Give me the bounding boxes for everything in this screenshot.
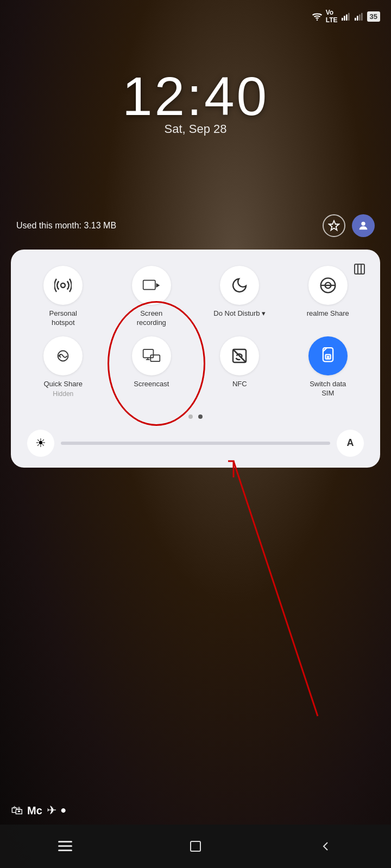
svg-rect-20 [143,349,153,358]
qs-grid-row2: Quick Share Hidden Screencast [22,336,369,398]
do-not-disturb-label: Do Not Disturb ▾ [213,309,266,318]
telegram-notif-icon: ✈ [47,803,56,818]
tile-screen-recording[interactable]: Screenrecording [110,266,193,328]
switch-data-sim-icon [308,336,348,375]
tile-switch-data-sim[interactable]: Switch dataSIM [287,336,370,398]
do-not-disturb-icon [220,266,259,305]
clock-time: 12:40 [0,65,391,127]
battery-icon: 35 [367,11,380,22]
svg-point-0 [317,19,318,21]
messages-notif-icon: Mc [27,805,42,817]
notification-area: 🛍 Mc ✈ • [11,802,66,819]
tile-nfc[interactable]: NFC [198,336,281,398]
data-settings-icon[interactable] [323,214,345,237]
signal2-icon [354,12,364,21]
status-bar: VoLTE 35 [0,0,391,33]
tile-screencast[interactable]: Screencast [110,336,193,398]
svg-rect-2 [344,16,345,21]
screencast-label: Screencast [134,380,169,389]
brightness-slider[interactable] [61,442,330,445]
svg-rect-3 [346,14,348,21]
svg-marker-9 [329,221,339,230]
page-dot-2 [198,414,203,419]
auto-label: A [347,437,354,449]
quick-settings-panel: Personalhotspot Screenrecording Do Not D… [11,250,380,468]
wifi-icon [312,12,323,21]
personal-hotspot-icon [43,266,83,305]
tile-quick-share[interactable]: Quick Share Hidden [22,336,105,398]
nav-home-button[interactable] [182,833,209,860]
tile-personal-hotspot[interactable]: Personalhotspot [22,266,105,328]
svg-rect-32 [58,845,72,847]
nfc-label: NFC [232,380,247,389]
data-usage-icons [323,214,375,237]
svg-rect-8 [361,13,363,21]
quick-share-label: Quick Share [43,380,83,389]
svg-rect-7 [359,14,361,21]
svg-line-25 [233,349,246,362]
auto-brightness-button[interactable]: A [337,430,364,457]
svg-rect-4 [348,13,350,21]
sun-icon: ☀ [35,436,46,450]
edit-qs-button[interactable] [350,259,369,279]
realme-share-icon [308,266,348,305]
battery-level: 35 [370,12,377,21]
svg-rect-33 [58,850,72,851]
quick-share-icon [43,336,83,375]
screen-recording-icon [132,266,171,305]
nav-menu-button[interactable] [52,833,79,860]
svg-marker-16 [156,283,160,288]
more-notif-dot: • [61,802,66,819]
data-profile-icon[interactable] [352,214,375,237]
page-dot-1 [188,414,193,419]
svg-rect-31 [58,841,72,843]
switch-data-sim-label: Switch dataSIM [310,380,346,398]
personal-hotspot-label: Personalhotspot [49,309,77,328]
qs-grid-row1: Personalhotspot Screenrecording Do Not D… [22,266,369,328]
nav-bar [0,825,391,868]
clock-area: 12:40 Sat, Sep 28 [0,65,391,136]
nav-back-button[interactable] [312,833,339,860]
volte-icon: VoLTE [326,9,338,24]
nfc-icon [220,336,259,375]
clock-date: Sat, Sep 28 [0,122,391,136]
tile-do-not-disturb[interactable]: Do Not Disturb ▾ [198,266,281,328]
screen-recording-label: Screenrecording [137,309,166,328]
shopee-notif-icon: 🛍 [11,803,23,818]
realme-share-label: realme Share [307,309,349,318]
svg-rect-1 [342,18,343,21]
svg-rect-15 [143,280,155,290]
page-dots [22,414,369,419]
quick-share-sublabel: Hidden [53,390,73,398]
signal1-icon [341,12,351,21]
screencast-icon [132,336,171,375]
svg-rect-6 [357,16,358,21]
svg-point-10 [361,222,365,226]
svg-rect-34 [191,841,200,851]
svg-rect-11 [355,264,364,274]
data-usage-label: Used this month: 3.13 MB [16,221,116,231]
bottom-controls: ☀ A [22,430,369,457]
status-icons: VoLTE 35 [312,9,380,24]
data-usage-bar: Used this month: 3.13 MB [16,214,375,237]
svg-rect-5 [355,18,356,21]
brightness-icon-button[interactable]: ☀ [27,430,54,457]
svg-point-14 [61,283,65,288]
